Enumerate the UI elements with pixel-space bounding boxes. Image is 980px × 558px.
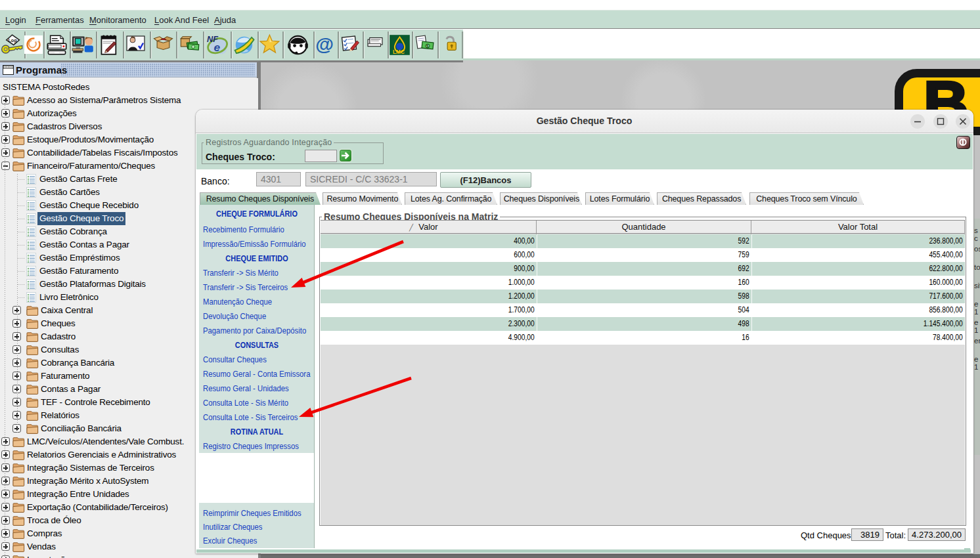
svg-text:@: @ xyxy=(315,33,334,54)
svg-text:e: e xyxy=(213,40,220,53)
svg-text:$: $ xyxy=(426,44,429,49)
svg-text:LMC: LMC xyxy=(393,49,405,55)
svg-text:Log: Log xyxy=(8,38,16,43)
